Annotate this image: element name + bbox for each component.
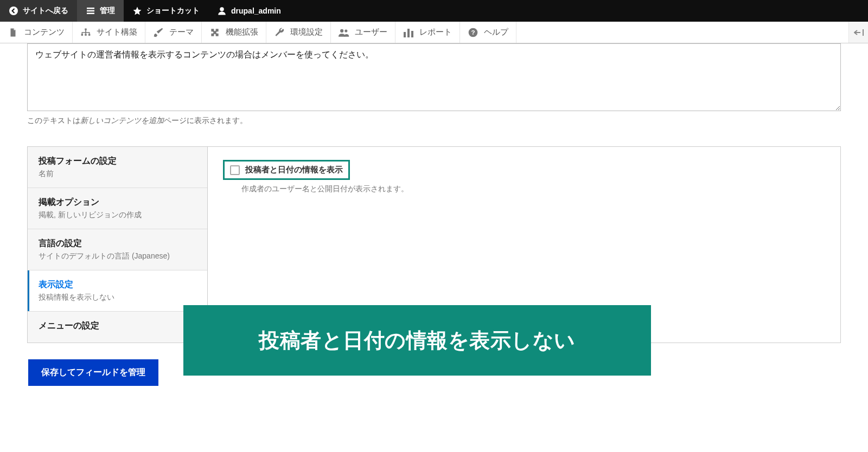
back-to-site-label: サイトへ戻る <box>23 6 68 16</box>
menu-structure-label: サイト構築 <box>97 27 137 37</box>
tab-summary: 名前 <box>39 169 196 179</box>
menu-config[interactable]: 環境設定 <box>266 22 331 43</box>
tab-language-settings[interactable]: 言語の設定 サイトのデフォルトの言語 (Japanese) <box>28 229 207 270</box>
manage-label: 管理 <box>100 6 115 16</box>
menu-content-label: コンテンツ <box>24 27 65 37</box>
puzzle-icon <box>209 27 220 38</box>
vertical-tabs-list: 投稿フォームの設定 名前 掲載オプション 掲載, 新しいリビジョンの作成 言語の… <box>28 147 208 343</box>
tab-title: 表示設定 <box>39 279 196 290</box>
tab-title: 投稿フォームの設定 <box>39 156 196 167</box>
svg-rect-1 <box>87 8 94 9</box>
tab-publishing-options[interactable]: 掲載オプション 掲載, 新しいリビジョンの作成 <box>28 188 207 229</box>
collapse-icon <box>854 29 864 36</box>
tab-display-settings[interactable]: 表示設定 投稿情報を表示しない <box>28 270 207 312</box>
menu-extend[interactable]: 機能拡張 <box>202 22 266 43</box>
svg-text:?: ? <box>471 29 475 36</box>
user-menu[interactable]: drupal_admin <box>208 0 290 22</box>
svg-point-9 <box>340 29 343 32</box>
shortcuts-link[interactable]: ショートカット <box>124 0 208 22</box>
save-and-manage-fields-button[interactable]: 保存してフィールドを管理 <box>28 359 158 386</box>
admin-menubar: コンテンツ サイト構築 テーマ 機能拡張 環境設定 ユーザー レポート <box>0 22 868 43</box>
tab-title: 言語の設定 <box>39 238 196 249</box>
svg-point-4 <box>220 7 224 11</box>
hamburger-icon <box>86 6 95 16</box>
user-icon <box>217 6 227 16</box>
tab-title: メニューの設定 <box>39 320 196 332</box>
menu-appearance-label: テーマ <box>169 27 194 37</box>
author-date-label[interactable]: 投稿者と日付の情報を表示 <box>245 165 343 175</box>
description-block: このテキストは新しいコンテンツを追加ページに表示されます。 <box>27 43 841 126</box>
svg-rect-3 <box>87 13 94 15</box>
tab-submission-form[interactable]: 投稿フォームの設定 名前 <box>28 147 207 188</box>
content-area: このテキストは新しいコンテンツを追加ページに表示されます。 投稿フォームの設定 … <box>0 43 868 408</box>
svg-point-0 <box>9 7 18 15</box>
display-settings-panel: 投稿者と日付の情報を表示 作成者のユーザー名と公開日付が表示されます。 <box>208 147 840 343</box>
svg-rect-6 <box>81 34 83 35</box>
menu-appearance[interactable]: テーマ <box>145 22 202 43</box>
wrench-icon <box>274 27 285 38</box>
document-icon <box>8 27 18 38</box>
people-icon <box>339 27 349 38</box>
menu-help[interactable]: ? ヘルプ <box>460 22 516 43</box>
shortcuts-label: ショートカット <box>146 6 200 16</box>
menu-structure[interactable]: サイト構築 <box>73 22 145 43</box>
admin-toolbar: サイトへ戻る 管理 ショートカット drupal_admin <box>0 0 868 22</box>
tab-menu-settings[interactable]: メニューの設定 <box>28 312 207 343</box>
help-italic: 新しいコンテンツを追加 <box>80 116 164 125</box>
svg-rect-12 <box>407 29 410 37</box>
tab-summary: 掲載, 新しいリビジョンの作成 <box>39 210 196 220</box>
svg-rect-11 <box>404 32 406 37</box>
svg-rect-7 <box>85 34 86 35</box>
menu-content[interactable]: コンテンツ <box>0 22 73 43</box>
author-date-highlight-box: 投稿者と日付の情報を表示 <box>223 160 350 180</box>
svg-rect-2 <box>87 10 94 12</box>
paintbrush-icon <box>153 27 164 38</box>
svg-rect-5 <box>85 28 86 30</box>
menu-people-label: ユーザー <box>355 27 387 37</box>
svg-point-10 <box>344 29 347 32</box>
tab-summary: 投稿情報を表示しない <box>39 293 196 302</box>
description-help-text: このテキストは新しいコンテンツを追加ページに表示されます。 <box>27 116 841 126</box>
menu-reports-label: レポート <box>419 27 452 37</box>
user-label: drupal_admin <box>231 7 281 15</box>
bar-chart-icon <box>403 27 414 38</box>
svg-rect-13 <box>411 31 413 37</box>
menu-people[interactable]: ユーザー <box>331 22 395 43</box>
menu-reports[interactable]: レポート <box>395 22 460 43</box>
author-date-checkbox[interactable] <box>230 165 240 175</box>
vertical-tabs: 投稿フォームの設定 名前 掲載オプション 掲載, 新しいリビジョンの作成 言語の… <box>27 146 841 343</box>
back-to-site[interactable]: サイトへ戻る <box>0 0 77 22</box>
menu-config-label: 環境設定 <box>290 27 323 37</box>
tab-summary: サイトのデフォルトの言語 (Japanese) <box>39 251 196 261</box>
help-after: ページに表示されます。 <box>164 116 247 125</box>
manage-toggle[interactable]: 管理 <box>77 0 124 22</box>
collapse-toolbar-button[interactable] <box>848 22 868 43</box>
tab-title: 掲載オプション <box>39 197 196 208</box>
menu-help-label: ヘルプ <box>484 27 508 37</box>
star-icon <box>132 6 142 16</box>
author-date-help: 作成者のユーザー名と公開日付が表示されます。 <box>241 184 825 194</box>
question-icon: ? <box>468 27 478 38</box>
help-before: このテキストは <box>27 116 80 125</box>
menu-extend-label: 機能拡張 <box>226 27 258 37</box>
description-textarea[interactable] <box>27 43 841 111</box>
svg-rect-8 <box>88 34 90 35</box>
arrow-left-circle-icon <box>9 6 18 16</box>
structure-icon <box>80 27 91 38</box>
